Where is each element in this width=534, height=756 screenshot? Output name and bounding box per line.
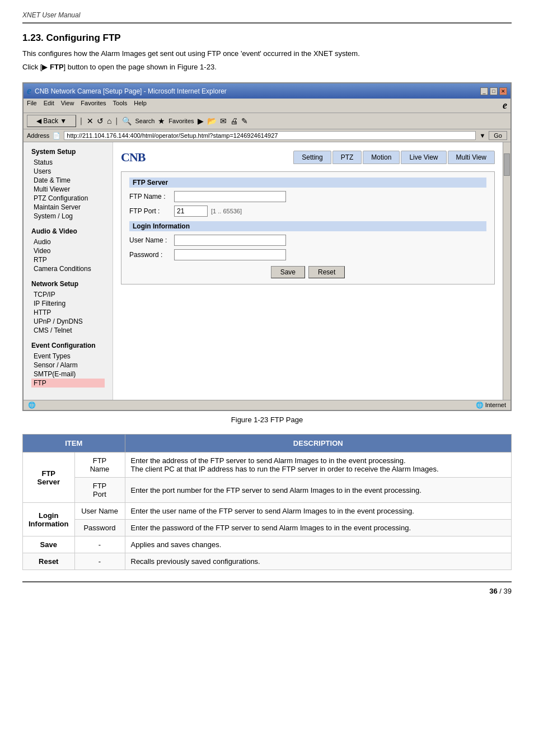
- search-label: Search: [135, 118, 154, 124]
- menu-edit[interactable]: Edit: [44, 100, 54, 111]
- username-row: User Name :: [129, 235, 486, 246]
- browser-statusbar: 🌐 🌐 Internet: [24, 400, 510, 410]
- camera-sidebar: System Setup Status Users Date & Time Mu…: [24, 142, 113, 400]
- address-input[interactable]: [64, 131, 476, 140]
- browser-window: e CNB Network Camera [Setup Page] - Micr…: [22, 82, 512, 411]
- browser-toolbar: ◀ Back ▼ │ ✕ ↺ ⌂ │ 🔍 Search ★ Favorites …: [24, 113, 510, 129]
- ftp-port-input[interactable]: [174, 206, 208, 217]
- nav-video[interactable]: Video: [31, 246, 105, 255]
- ftp-name-input[interactable]: [174, 191, 286, 202]
- minimize-button[interactable]: _: [480, 87, 488, 95]
- password-input[interactable]: [174, 249, 286, 260]
- section-desc2: Click [▶ FTP] button to open the page sh…: [22, 62, 512, 73]
- tab-motion[interactable]: Motion: [363, 151, 400, 164]
- section-title: 1.23. Configuring FTP: [22, 32, 512, 44]
- nav-status[interactable]: Status: [31, 158, 105, 167]
- camera-topbar: CNB Setting PTZ Motion Live View Multi V…: [121, 150, 495, 165]
- table-row: FTPPort Enter the port number for the FT…: [23, 478, 512, 503]
- nav-upnp-dyndns[interactable]: UPnP / DynDNS: [31, 317, 105, 326]
- refresh-button[interactable]: ↺: [97, 116, 104, 125]
- menu-file[interactable]: File: [27, 100, 37, 111]
- nav-http[interactable]: HTTP: [31, 308, 105, 317]
- ftp-port-desc: Enter the port number for the FTP server…: [125, 478, 512, 503]
- nav-audio[interactable]: Audio: [31, 237, 105, 246]
- reset-desc: Recalls previously saved configurations.: [125, 553, 512, 570]
- nav-event-types[interactable]: Event Types: [31, 352, 105, 361]
- table-row: Password Enter the password of the FTP s…: [23, 520, 512, 536]
- nav-tcpip[interactable]: TCP/IP: [31, 290, 105, 299]
- tab-multi-view[interactable]: Multi View: [448, 151, 495, 164]
- scrollbar-thumb[interactable]: [504, 153, 510, 176]
- history-icon[interactable]: 📂: [207, 116, 217, 125]
- form-buttons: Save Reset: [129, 266, 486, 278]
- menu-tools[interactable]: Tools: [113, 100, 128, 111]
- ftp-port-label: FTP Port :: [129, 207, 174, 215]
- favorites-label: Favorites: [168, 118, 194, 124]
- nav-system-log[interactable]: System / Log: [31, 212, 105, 221]
- browser-controls[interactable]: _ □ ✕: [480, 87, 507, 95]
- back-button[interactable]: ◀ Back ▼: [27, 115, 76, 127]
- close-button[interactable]: ✕: [499, 87, 507, 95]
- nav-rtp[interactable]: RTP: [31, 255, 105, 264]
- description-table: ITEM DESCRIPTION FTPServer FTPName Enter…: [22, 434, 512, 570]
- event-config-title: Event Configuration: [31, 342, 105, 349]
- save-dash-cell: -: [74, 536, 125, 553]
- login-info-cell: LoginInformation: [23, 503, 75, 536]
- nav-ptz-config[interactable]: PTZ Configuration: [31, 194, 105, 203]
- tab-setting[interactable]: Setting: [293, 151, 331, 164]
- audio-video-title: Audio & Video: [31, 227, 105, 235]
- page-icon: 📄: [53, 132, 60, 139]
- tab-ptz[interactable]: PTZ: [332, 151, 362, 164]
- nav-date-time[interactable]: Date & Time: [31, 176, 105, 185]
- stop-button[interactable]: ✕: [87, 116, 93, 125]
- tab-live-view[interactable]: Live View: [401, 151, 446, 164]
- search-icon[interactable]: 🔍: [122, 116, 132, 125]
- nav-ftp[interactable]: FTP: [31, 379, 105, 388]
- table-row: Save - Applies and saves changes.: [23, 536, 512, 553]
- col-item-header: ITEM: [23, 435, 125, 452]
- nav-maintain-server[interactable]: Maintain Server: [31, 203, 105, 212]
- col-desc-header: DESCRIPTION: [125, 435, 512, 452]
- edit-icon[interactable]: ✎: [241, 116, 248, 125]
- go-button[interactable]: Go: [489, 131, 507, 140]
- nav-users[interactable]: Users: [31, 167, 105, 176]
- ftp-port-cell: FTPPort: [74, 478, 125, 503]
- nav-ip-filtering[interactable]: IP Filtering: [31, 299, 105, 308]
- ftp-name-label: FTP Name :: [129, 193, 174, 200]
- nav-multi-viewer[interactable]: Multi Viewer: [31, 185, 105, 194]
- event-config-group: Event Configuration Event Types Sensor /…: [31, 342, 105, 388]
- nav-camera-conditions[interactable]: Camera Conditions: [31, 264, 105, 273]
- login-info-section: Login Information: [129, 221, 486, 231]
- ftp-server-section: FTP Server: [129, 178, 486, 188]
- reset-button[interactable]: Reset: [308, 266, 345, 278]
- ftp-name-cell: FTPName: [74, 452, 125, 478]
- dropdown-icon[interactable]: ▼: [479, 132, 485, 139]
- username-input[interactable]: [174, 235, 286, 246]
- favorites-icon[interactable]: ★: [158, 116, 165, 125]
- browser-menu: File Edit View Favorites Tools Help e: [24, 99, 510, 113]
- ftp-port-row: FTP Port : [1 .. 65536]: [129, 206, 486, 217]
- restore-button[interactable]: □: [490, 87, 498, 95]
- home-button[interactable]: ⌂: [107, 116, 111, 125]
- username-label: User Name :: [129, 236, 174, 244]
- menu-help[interactable]: Help: [134, 100, 147, 111]
- nav-sensor-alarm[interactable]: Sensor / Alarm: [31, 361, 105, 370]
- manual-title: XNET User Manual: [22, 11, 512, 19]
- ftp-server-cell: FTPServer: [23, 452, 75, 503]
- print-icon[interactable]: 🖨: [230, 116, 238, 125]
- menu-view[interactable]: View: [61, 100, 74, 111]
- username-cell: User Name: [74, 503, 125, 520]
- scrollbar[interactable]: [503, 142, 510, 400]
- nav-smtp[interactable]: SMTP(E-mail): [31, 370, 105, 379]
- ftp-port-hint: [1 .. 65536]: [211, 208, 242, 214]
- save-button[interactable]: Save: [271, 266, 305, 278]
- nav-cms-telnet[interactable]: CMS / Telnet: [31, 326, 105, 335]
- cam-logo: CNB: [121, 150, 145, 165]
- status-icon: 🌐: [28, 402, 36, 409]
- menu-favorites[interactable]: Favorites: [81, 100, 106, 111]
- password-row: Password :: [129, 249, 486, 260]
- mail-icon[interactable]: ✉: [220, 116, 227, 125]
- media-icon[interactable]: ▶: [198, 116, 204, 125]
- reset-dash-cell: -: [74, 553, 125, 570]
- separator: │: [79, 118, 83, 124]
